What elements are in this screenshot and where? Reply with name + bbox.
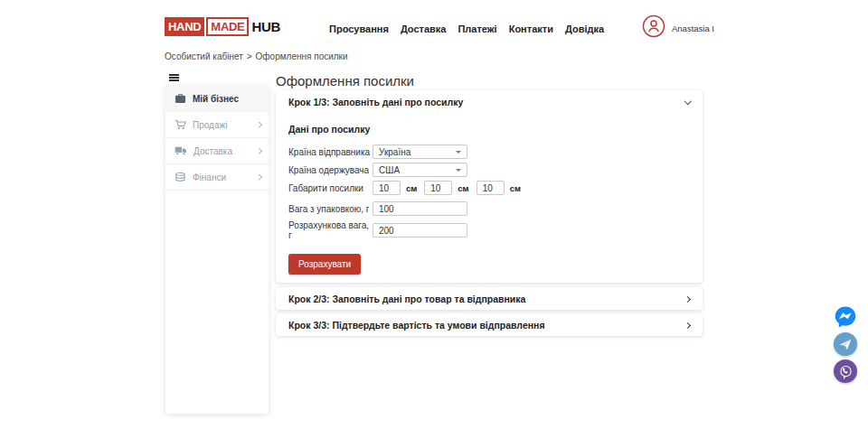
user-account-button[interactable]: Anastasia I <box>642 14 714 42</box>
recipient-country-select[interactable]: США <box>373 163 467 177</box>
packed-weight-input[interactable] <box>373 201 467 216</box>
dimensions-label: Габарити посилки <box>288 183 373 193</box>
chevron-right-icon <box>256 174 261 180</box>
telegram-icon <box>838 337 853 351</box>
chevron-right-icon <box>684 322 691 328</box>
nav-item-help[interactable]: Довідка <box>565 23 604 34</box>
messenger-button[interactable] <box>834 305 857 329</box>
sidebar-item-label: Мій бізнес <box>193 94 239 104</box>
sidebar-item-my-business[interactable]: Мій бізнес <box>165 86 269 112</box>
nav-item-contacts[interactable]: Контакти <box>509 23 553 34</box>
chevron-right-icon <box>256 148 261 154</box>
chevron-down-icon <box>684 98 691 105</box>
logo-part-hub: HUB <box>251 17 280 36</box>
truck-icon <box>175 145 187 156</box>
viber-button[interactable] <box>834 359 857 383</box>
dimension-unit-label: см <box>406 183 417 193</box>
sidebar-item-label: Доставка <box>193 146 232 156</box>
viber-icon <box>838 364 854 379</box>
sidebar-item-sales[interactable]: Продажі <box>165 112 269 138</box>
calculate-button[interactable]: Розрахувати <box>288 254 361 275</box>
select-arrow-icon <box>456 169 461 172</box>
recipient-country-row: Країна одержувача США <box>288 163 690 177</box>
recipient-country-label: Країна одержувача <box>288 165 373 175</box>
chevron-right-icon <box>684 295 691 302</box>
logo-part-hand: HAND <box>165 17 204 36</box>
step1-accordion-header[interactable]: Крок 1/3: Заповніть дані про посилку <box>276 90 703 114</box>
main-nav: Просування Доставка Платежі Контакти Дов… <box>329 23 604 34</box>
messenger-icon <box>834 305 857 329</box>
breadcrumb-current: Оформлення посилки <box>256 51 348 61</box>
dimension-height-input[interactable] <box>476 181 505 195</box>
breadcrumb-personal-cabinet[interactable]: Особистий кабінет <box>165 51 243 61</box>
step1-label: Крок 1/3: Заповніть дані про посилку <box>288 97 463 107</box>
floating-social-buttons <box>834 305 857 383</box>
step2-accordion-header[interactable]: Крок 2/3: Заповніть дані про товар та ві… <box>276 287 703 311</box>
breadcrumb: Особистий кабінет > Оформлення посилки <box>165 51 348 61</box>
select-arrow-icon <box>456 151 461 154</box>
nav-item-promotion[interactable]: Просування <box>329 23 389 34</box>
nav-item-payments[interactable]: Платежі <box>458 23 496 34</box>
page-title: Оформлення посилки <box>276 73 414 89</box>
telegram-button[interactable] <box>834 332 857 356</box>
dimension-width-input[interactable] <box>424 181 452 195</box>
step3-card: Крок 3/3: Підтвердьте вартість та умови … <box>276 313 703 336</box>
step2-label: Крок 2/3: Заповніть дані про товар та ві… <box>288 294 525 304</box>
step2-card: Крок 2/3: Заповніть дані про товар та ві… <box>276 287 703 310</box>
step1-body: Дані про посилку Країна відправника Укра… <box>276 114 703 275</box>
step1-card: Крок 1/3: Заповніть дані про посилку Дан… <box>276 90 703 283</box>
sidebar-item-label: Фінанси <box>193 173 226 182</box>
sender-country-label: Країна відправника <box>288 147 373 157</box>
sidebar: Мій бізнес Продажі Доставка <box>165 86 269 414</box>
step3-label: Крок 3/3: Підтвердьте вартість та умови … <box>288 320 545 331</box>
parcel-data-section-title: Дані про посилку <box>288 124 690 135</box>
menu-icon[interactable] <box>169 74 179 81</box>
handmadehub-logo[interactable]: HAND MADE HUB <box>165 17 280 36</box>
sidebar-item-finances[interactable]: Фінанси <box>165 164 269 191</box>
coins-icon <box>175 172 186 182</box>
cart-icon <box>175 119 186 130</box>
calculated-weight-input[interactable] <box>373 223 467 238</box>
sender-country-value: Україна <box>379 147 410 157</box>
dimension-unit-label: см <box>510 183 521 193</box>
chevron-right-icon <box>256 122 261 127</box>
briefcase-icon <box>175 93 186 104</box>
user-name: Anastasia I <box>672 23 714 33</box>
sender-country-row: Країна відправника Україна <box>288 145 690 159</box>
logo-part-made: MADE <box>206 17 249 36</box>
nav-item-delivery[interactable]: Доставка <box>401 23 447 34</box>
calculated-weight-row: Розрахункова вага, г <box>288 220 690 240</box>
recipient-country-value: США <box>379 165 400 175</box>
packed-weight-label: Вага з упаковкою, г <box>288 204 373 214</box>
step3-accordion-header[interactable]: Крок 3/3: Підтвердьте вартість та умови … <box>276 313 703 337</box>
sender-country-select[interactable]: Україна <box>373 145 467 159</box>
breadcrumb-separator: > <box>247 51 252 61</box>
user-avatar-icon <box>642 14 665 42</box>
dimension-unit-label: см <box>458 183 468 193</box>
sidebar-item-label: Продажі <box>193 120 227 130</box>
packed-weight-row: Вага з упаковкою, г <box>288 201 690 216</box>
calculated-weight-label: Розрахункова вага, г <box>288 220 373 240</box>
dimensions-row: Габарити посилки см см см <box>288 181 690 195</box>
dimension-length-input[interactable] <box>373 181 401 195</box>
sidebar-item-delivery[interactable]: Доставка <box>165 138 269 164</box>
